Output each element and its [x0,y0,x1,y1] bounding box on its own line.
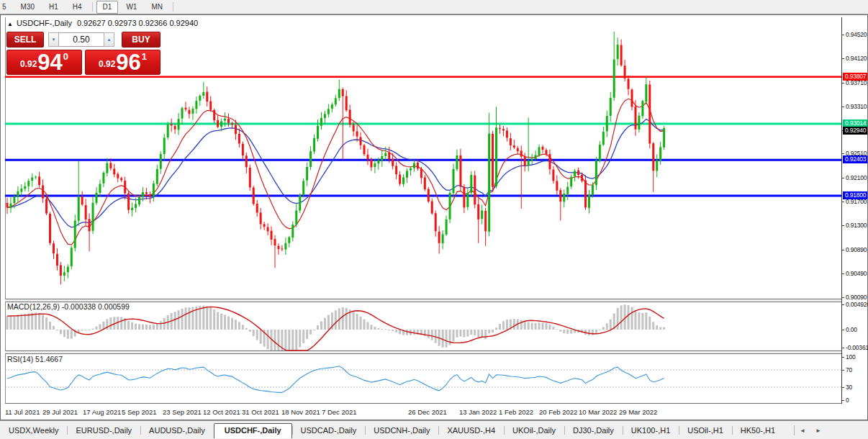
sell-price-pips: 94 [37,52,62,73]
spin-down-icon: ▼ [52,37,56,42]
tab-dj30-daily[interactable]: DJ30-,Daily [564,424,623,438]
date-label: 23 Sep 2021 [163,408,202,416]
level-price-badge: 0.91800 [843,191,867,199]
timeframe-h4[interactable]: H4 [66,1,89,14]
axis-tick-mark [842,107,844,107]
timeframe-h1[interactable]: H1 [42,1,65,14]
axis-tick-mark [842,297,844,298]
one-click-trading-panel: SELL ▼ ▲ BUY 0.92 94 0 0.92 96 1 [6,32,161,75]
date-label: 17 Aug 2021 [83,408,121,416]
sell-button[interactable]: SELL [6,32,44,47]
tab-uk100-h1[interactable]: UK100-,H1 [623,424,679,438]
tab-scroll-left-icon[interactable]: ◄ [795,427,810,434]
price-tick-label: 0.94520 [846,31,867,38]
rsi-axis-label: 0 [846,397,849,404]
tab-usdcad-daily[interactable]: USDCAD-,Daily [292,424,366,438]
buy-price-pips: 96 [116,52,140,73]
volume-input[interactable] [59,32,104,47]
date-axis: 11 Jul 202129 Jul 202117 Aug 20215 Sep 2… [5,405,840,418]
date-label: 20 Feb 2022 [539,408,577,416]
rsi-axis-label: 30 [846,384,852,391]
macd-axis-label: 0.00 [846,326,857,333]
price-tick-label: 0.91300 [846,222,867,229]
buy-price-prefix: 0.92 [99,59,115,69]
date-label: 29 Mar 2022 [619,408,657,416]
buy-price-box[interactable]: 0.92 96 1 [85,50,161,75]
current-price-badge: 0.92940 [843,127,867,135]
axis-tick-mark [842,348,844,348]
tab-usdcnh-daily[interactable]: USDCNH-,Daily [365,424,438,438]
tab-eurusd-daily[interactable]: EURUSD-,Daily [67,424,140,438]
date-label: 26 Dec 2021 [408,408,447,416]
macd-axis-label: 0.004926 [846,301,868,308]
buy-price-point: 1 [142,51,147,62]
date-label: 12 Oct 2021 [203,408,240,416]
ohlc-values: 0.92627 0.92973 0.92366 0.92940 [77,19,198,27]
date-label: 7 Dec 2021 [322,408,357,416]
axis-tick-mark [842,202,844,202]
axis-tick-mark [842,153,844,154]
axis-tick-mark [842,387,844,388]
level-price-badge: 0.93807 [843,73,867,81]
symbol-period-label: USDCHF-,Daily [17,19,72,27]
tab-hk50-h1[interactable]: HK50-,H1 [732,424,784,438]
collapse-panel-icon[interactable]: ▲ [7,21,13,27]
tab-usdchf-daily[interactable]: USDCHF-,Daily [214,423,292,438]
axis-tick-mark [842,370,844,371]
buy-button[interactable]: BUY [122,32,161,47]
sell-price-box[interactable]: 0.92 94 0 [6,50,82,75]
axis-tick-mark [842,330,844,330]
date-label: 29 Jul 2021 [42,408,78,416]
date-label: 31 Oct 2021 [242,408,279,416]
axis-tick-mark [842,357,844,358]
timeframe-toolbar: 5M30H1H4D1W1MN [0,0,868,14]
axis-tick-mark [842,304,844,305]
tab-usdx-weekly[interactable]: USDX,Weekly [0,424,67,438]
toolbar-separator [92,2,93,12]
timeframe-d1[interactable]: D1 [96,1,119,14]
level-price-badge: 0.92403 [843,155,867,163]
sell-price-point: 0 [63,51,68,62]
axis-tick-mark [842,250,844,250]
rsi-axis-label: 70 [846,366,852,374]
volume-increase-button[interactable]: ▲ [104,32,114,47]
price-tick-label: 0.90890 [846,246,867,253]
axis-tick-mark [842,83,844,83]
axis-tick-mark [842,400,844,401]
date-label: 5 Sep 2021 [122,408,157,416]
volume-decrease-button[interactable]: ▼ [48,32,59,47]
price-tick-label: 0.93310 [846,103,867,110]
spin-up-icon: ▲ [107,37,112,42]
price-axis: 0.945200.941200.937100.933100.929100.925… [841,17,867,404]
chart-canvas[interactable] [5,17,841,404]
macd-indicator-label: MACD(12,26,9) -0.000338 0.000599 [7,302,130,311]
price-tick-label: 0.92100 [846,174,867,181]
tab-usoil-h1[interactable]: USOil-,H1 [679,424,732,438]
timeframe-m30[interactable]: M30 [14,1,41,14]
chart-tabs: USDX,WeeklyEURUSD-,DailyAUDUSD-,DailyUSD… [0,420,868,438]
chart-title: ▲USDCHF-,Daily0.92627 0.92973 0.92366 0.… [7,19,198,27]
rsi-axis-label: 100 [846,353,856,361]
axis-tick-mark [842,273,844,274]
price-tick-label: 0.90490 [846,270,867,277]
tab-audusd-daily[interactable]: AUDUSD-,Daily [140,424,214,438]
chart-window: ▲USDCHF-,Daily0.92627 0.92973 0.92366 0.… [0,14,868,420]
date-label: 1 Feb 2022 [499,408,533,416]
date-label: 11 Jul 2021 [5,408,40,416]
tab-scroll-controls: ◄► [794,425,826,435]
trading-terminal: 5M30H1H4D1W1MN ▲USDCHF-,Daily0.92627 0.9… [0,0,868,439]
tab-scroll-right-icon[interactable]: ► [810,427,826,434]
timeframe-w1[interactable]: W1 [119,1,143,14]
axis-tick-mark [842,58,844,59]
toolbar-separator [173,2,173,12]
rsi-indicator-label: RSI(14) 51.4667 [7,355,63,363]
axis-tick-mark [842,178,844,178]
tab-ukoil-daily[interactable]: UKOil-,Daily [504,424,564,438]
tab-xauusd-h4[interactable]: XAUUSD-,H4 [438,424,504,438]
timeframe-5[interactable]: 5 [0,1,13,14]
price-tick-label: 0.90090 [846,294,867,301]
price-tick-label: 0.94120 [846,55,867,62]
date-label: 10 Mar 2022 [579,408,617,416]
timeframe-mn[interactable]: MN [145,1,169,14]
date-label: 13 Jan 2022 [459,408,497,416]
